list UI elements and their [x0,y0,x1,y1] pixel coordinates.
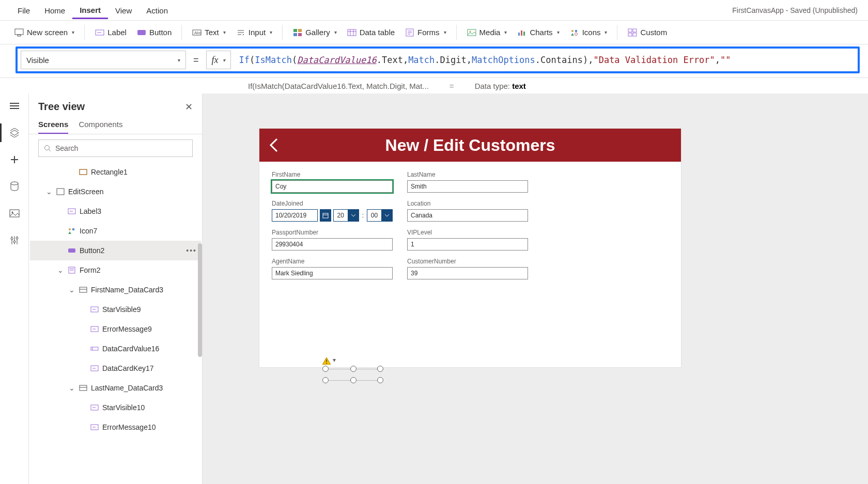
passport-input[interactable]: 29930404 [272,238,393,251]
svg-marker-30 [571,33,574,36]
label-icon [95,28,104,37]
screen-icon [14,28,24,37]
charts-dropdown[interactable]: Charts ▾ [513,26,563,39]
tree-scrollbar[interactable] [198,243,202,357]
icons-dropdown[interactable]: Icons ▾ [566,26,612,39]
gallery-dropdown[interactable]: Gallery ▾ [289,26,341,39]
tree-item-icon7[interactable]: Icon7 [30,221,201,241]
tree-item-lastname_datacard3[interactable]: ⌄LastName_DataCard3 [30,378,201,398]
hamburger-button[interactable] [8,100,21,112]
label-button[interactable]: Label [91,26,131,39]
custom-button[interactable]: Custom [624,26,671,39]
lab-icon [90,364,99,373]
tree-list[interactable]: Rectangle1⌄EditScreenLabel3Icon7Button2•… [29,162,202,484]
tree-tabs: Screens Components [29,117,202,134]
custno-input[interactable]: 39 [407,267,528,279]
chevron-down-icon: ▾ [605,29,607,35]
calendar-icon[interactable] [320,209,331,222]
menu-file[interactable]: File [10,2,37,18]
svg-rect-0 [15,29,23,35]
search-placeholder: Search [55,144,78,152]
menu-insert[interactable]: Insert [72,2,108,19]
formula-datatype: Data type: text [475,82,526,90]
date-input[interactable]: 10/20/2019 [272,209,318,222]
firstname-input[interactable]: Coy [272,180,393,193]
forms-dropdown[interactable]: Forms ▾ [401,26,451,39]
form-icon [67,266,76,275]
menu-action[interactable]: Action [139,2,175,18]
field-lastname: LastName Smith [407,171,542,193]
svg-rect-12 [298,29,302,32]
input-label: Input [249,28,266,37]
tree-item-firstname_datacard3[interactable]: ⌄FirstName_DataCard3 [30,280,201,300]
datatable-icon [347,28,357,37]
tree-item-starvisible10[interactable]: StarVisible10 [30,398,201,417]
location-input[interactable]: Canada [407,209,528,222]
chevron-down-icon[interactable]: ⌄ [68,384,75,392]
formula-input[interactable]: If(IsMatch(DataCardValue16.Text, Match.D… [236,51,855,69]
card-icon [79,383,88,393]
tree-item-errormessage10[interactable]: ErrorMessage10 [30,417,201,437]
svg-point-43 [11,212,13,213]
svg-rect-57 [72,228,74,230]
new-screen-button[interactable]: New screen ▾ [10,26,79,39]
media-rail-button[interactable] [8,207,21,220]
menu-view[interactable]: View [108,2,139,18]
tree-item-editscreen[interactable]: ⌄EditScreen [30,182,201,201]
minute-select[interactable]: 00 [367,209,393,222]
new-screen-label: New screen [27,28,68,37]
agent-input[interactable]: Mark Siedling [272,267,393,279]
chevron-down-icon[interactable]: ⌄ [57,266,64,274]
app-form: FirstName Coy LastName Smith DateJoined … [259,162,681,296]
svg-point-28 [571,30,574,32]
text-dropdown[interactable]: Abc Text ▾ [188,26,230,39]
insert-rail-button[interactable] [8,153,21,166]
data-rail-button[interactable] [8,180,21,193]
button-button[interactable]: Button [133,26,176,39]
search-input[interactable]: Search [38,139,193,157]
property-selector[interactable]: Visible ▾ [21,51,186,69]
tree-item-datacardvalue16[interactable]: DataCardValue16 [30,339,201,358]
custom-icon [628,28,637,37]
media-dropdown[interactable]: Media ▾ [463,26,512,39]
vip-label: VIPLevel [407,229,528,236]
tree-item-button2[interactable]: Button2••• [30,241,201,260]
selected-control-handles[interactable]: ▾ [326,364,381,386]
tab-screens[interactable]: Screens [38,117,68,134]
tree-item-starvisible9[interactable]: StarVisible9 [30,300,201,319]
lab-icon [90,324,99,334]
fx-button[interactable]: fx▾ [206,51,231,69]
tree-item-label3[interactable]: Label3 [30,201,201,221]
chevron-down-icon[interactable]: ▾ [333,356,336,364]
button-icon [137,28,146,37]
svg-rect-35 [633,33,637,36]
tree-item-datacardkey17[interactable]: DataCardKey17 [30,358,201,378]
lab-icon [67,207,76,216]
chevron-down-icon[interactable]: ⌄ [68,286,75,294]
input-dropdown[interactable]: Input ▾ [232,26,276,39]
tab-components[interactable]: Components [79,117,122,134]
back-icon[interactable] [268,137,279,153]
advanced-rail-button[interactable] [8,234,21,246]
field-vip: VIPLevel 1 [407,229,542,251]
vip-input[interactable]: 1 [407,238,528,251]
tree-item-rectangle1[interactable]: Rectangle1 [30,162,201,182]
treeview-rail-button[interactable] [8,127,21,139]
chevron-down-icon[interactable]: ⌄ [45,188,53,196]
lastname-input[interactable]: Smith [407,180,528,193]
menu-home[interactable]: Home [37,2,72,18]
datatable-button[interactable]: Data table [343,26,399,39]
location-label: Location [407,200,528,207]
svg-marker-58 [68,231,71,234]
field-passport: PassportNumber 29930404 [272,229,407,251]
svg-rect-11 [293,29,297,32]
close-icon[interactable]: ✕ [185,101,193,113]
hour-select[interactable]: 20 [333,209,359,222]
tree-item-form2[interactable]: ⌄Form2 [30,260,201,280]
more-icon[interactable]: ••• [186,246,197,255]
canvas-area[interactable]: New / Edit Customers FirstName Coy LastN… [203,93,868,484]
svg-point-49 [16,237,18,239]
tree-item-label: Label3 [80,207,101,215]
svg-rect-79 [323,213,328,218]
tree-item-errormessage9[interactable]: ErrorMessage9 [30,319,201,339]
